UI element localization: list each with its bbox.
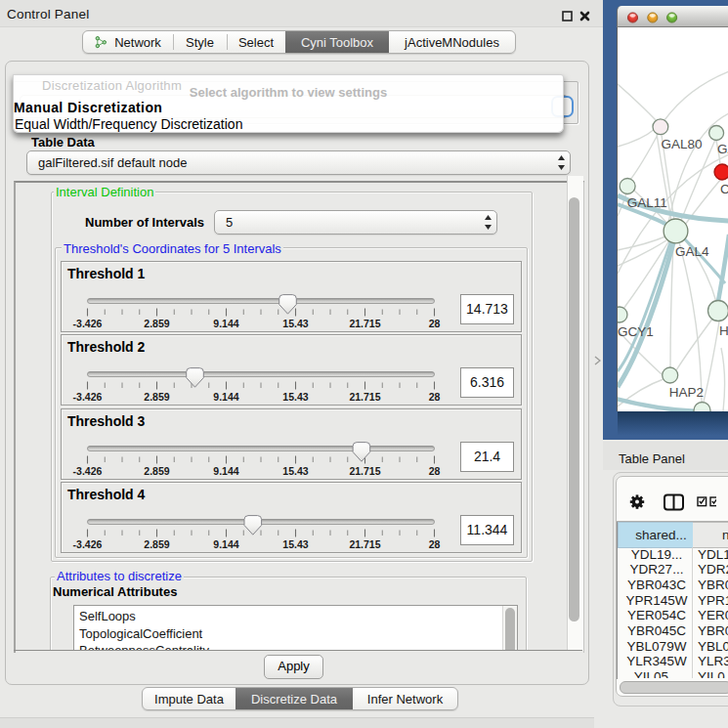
svg-text:21.715: 21.715: [349, 318, 380, 329]
svg-text:GAL4: GAL4: [675, 244, 709, 259]
svg-text:CDC: CDC: [720, 182, 728, 196]
svg-text:21.715: 21.715: [349, 391, 380, 403]
svg-text:9.144: 9.144: [213, 318, 238, 329]
svg-text:-3.426: -3.426: [73, 465, 103, 477]
svg-text:28: 28: [429, 538, 441, 550]
svg-text:HAP2: HAP2: [668, 385, 703, 400]
svg-text:21.715: 21.715: [349, 465, 380, 477]
svg-text:GAL3: GAL3: [717, 142, 728, 156]
svg-text:15.43: 15.43: [282, 318, 308, 329]
svg-text:2.859: 2.859: [144, 391, 169, 403]
svg-text:-3.426: -3.426: [73, 318, 103, 329]
svg-text:2.859: 2.859: [144, 318, 169, 329]
svg-text:15.43: 15.43: [282, 538, 308, 550]
svg-text:9.144: 9.144: [213, 465, 238, 477]
svg-text:9.144: 9.144: [213, 538, 238, 550]
svg-text:GCY1: GCY1: [618, 324, 654, 339]
svg-text:28: 28: [429, 318, 441, 329]
svg-text:2.859: 2.859: [144, 538, 169, 550]
svg-text:HIS: HIS: [719, 323, 728, 338]
svg-text:15.43: 15.43: [282, 391, 308, 403]
svg-text:GAL80: GAL80: [661, 137, 702, 151]
svg-text:21.715: 21.715: [349, 538, 380, 550]
svg-text:2.859: 2.859: [144, 465, 169, 477]
svg-text:15.43: 15.43: [282, 465, 308, 477]
svg-text:9.144: 9.144: [213, 391, 238, 403]
svg-text:-3.426: -3.426: [73, 391, 103, 403]
svg-text:28: 28: [429, 391, 441, 403]
svg-text:GAL11: GAL11: [626, 195, 666, 210]
svg-text:28: 28: [429, 465, 441, 477]
svg-text:-3.426: -3.426: [73, 538, 103, 550]
